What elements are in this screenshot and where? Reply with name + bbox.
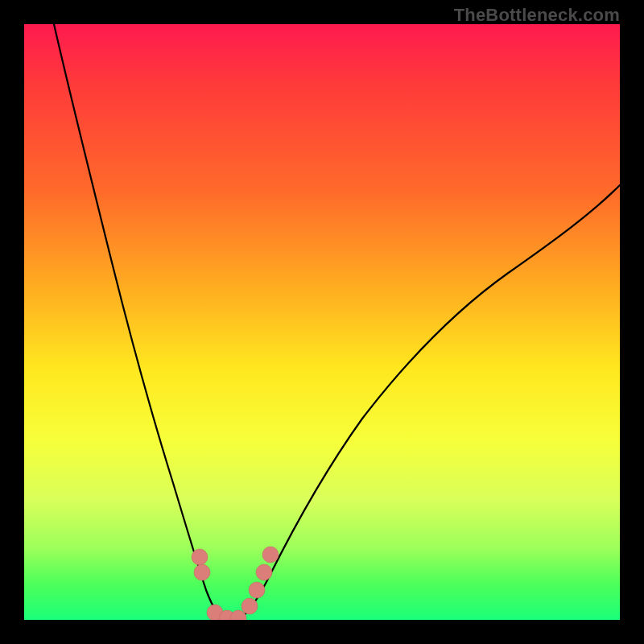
marker-dot [262,547,279,563]
marker-dot [194,564,210,580]
chart-frame: TheBottleneck.com [0,0,644,644]
marker-dot [242,598,258,614]
right-curve [238,185,620,620]
marker-dot [249,582,265,598]
plot-area [24,24,620,620]
left-curve [54,24,227,620]
watermark-text: TheBottleneck.com [454,5,620,26]
marker-dot [192,549,208,565]
marker-dot [256,564,272,580]
curves-svg [24,24,620,620]
